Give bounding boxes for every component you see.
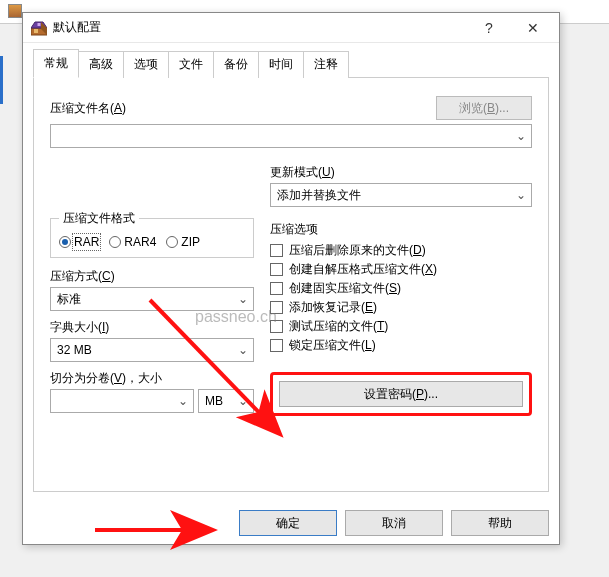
ok-button[interactable]: 确定: [239, 510, 337, 536]
checkbox-icon: [270, 263, 283, 276]
chevron-down-icon: ⌄: [511, 129, 531, 143]
radio-zip[interactable]: ZIP: [166, 235, 200, 249]
chevron-down-icon: ⌄: [233, 394, 253, 408]
tab-backup[interactable]: 备份: [213, 51, 259, 78]
radio-dot-icon: [166, 236, 178, 248]
dialog-title: 默认配置: [53, 19, 467, 36]
dict-label: 字典大小(I): [50, 319, 254, 336]
chevron-down-icon: ⌄: [511, 188, 531, 202]
method-label: 压缩方式(C): [50, 268, 254, 285]
checkbox-icon: [270, 339, 283, 352]
parent-selection-edge: [0, 56, 3, 104]
volume-unit-combo[interactable]: MB ⌄: [198, 389, 254, 413]
checkbox-icon: [270, 301, 283, 314]
checkbox-icon: [270, 320, 283, 333]
close-button[interactable]: ✕: [511, 14, 555, 42]
checkbox-icon: [270, 244, 283, 257]
opt-lock[interactable]: 锁定压缩文件(L): [270, 337, 532, 354]
tab-general[interactable]: 常规: [33, 49, 79, 78]
radio-rar[interactable]: RAR: [59, 235, 99, 249]
volume-label: 切分为分卷(V)，大小: [50, 370, 254, 387]
winrar-icon: [31, 20, 47, 36]
help-footer-button[interactable]: 帮助: [451, 510, 549, 536]
general-panel: 压缩文件名(A) 浏览(B)... ⌄ 压缩文件格式: [33, 77, 549, 492]
compress-options-label: 压缩选项: [270, 221, 532, 238]
format-fieldset: 压缩文件格式 RAR RAR4: [50, 210, 254, 258]
chevron-down-icon: ⌄: [173, 394, 193, 408]
tabs: 常规 高级 选项 文件 备份 时间 注释: [33, 49, 549, 78]
default-profile-dialog: 默认配置 ? ✕ 常规 高级 选项 文件 备份 时间 注释 压缩文件名(A) 浏…: [22, 12, 560, 545]
chevron-down-icon: ⌄: [233, 292, 253, 306]
svg-rect-1: [34, 29, 38, 33]
update-mode-combo[interactable]: 添加并替换文件 ⌄: [270, 183, 532, 207]
archive-name-label: 压缩文件名(A): [50, 100, 428, 117]
radio-dot-icon: [59, 236, 71, 248]
format-legend: 压缩文件格式: [59, 210, 139, 227]
update-mode-label: 更新模式(U): [270, 164, 532, 181]
tab-comment[interactable]: 注释: [303, 51, 349, 78]
help-button[interactable]: ?: [467, 14, 511, 42]
dict-combo[interactable]: 32 MB ⌄: [50, 338, 254, 362]
tab-time[interactable]: 时间: [258, 51, 304, 78]
radio-dot-icon: [109, 236, 121, 248]
method-combo[interactable]: 标准 ⌄: [50, 287, 254, 311]
svg-rect-2: [38, 23, 41, 26]
checkbox-icon: [270, 282, 283, 295]
volume-size-combo[interactable]: ⌄: [50, 389, 194, 413]
titlebar: 默认配置 ? ✕: [23, 13, 559, 43]
chevron-down-icon: ⌄: [233, 343, 253, 357]
opt-recovery[interactable]: 添加恢复记录(E): [270, 299, 532, 316]
opt-test[interactable]: 测试压缩的文件(T): [270, 318, 532, 335]
set-password-button[interactable]: 设置密码(P)...: [279, 381, 523, 407]
archive-name-combo[interactable]: ⌄: [50, 124, 532, 148]
browse-button[interactable]: 浏览(B)...: [436, 96, 532, 120]
password-highlight: 设置密码(P)...: [270, 372, 532, 416]
tab-options[interactable]: 选项: [123, 51, 169, 78]
opt-sfx[interactable]: 创建自解压格式压缩文件(X): [270, 261, 532, 278]
opt-solid[interactable]: 创建固实压缩文件(S): [270, 280, 532, 297]
parent-app-icon: [8, 4, 22, 18]
radio-rar4[interactable]: RAR4: [109, 235, 156, 249]
tab-files[interactable]: 文件: [168, 51, 214, 78]
opt-delete-after[interactable]: 压缩后删除原来的文件(D): [270, 242, 532, 259]
dialog-footer: 确定 取消 帮助: [23, 502, 559, 544]
tab-advanced[interactable]: 高级: [78, 51, 124, 78]
cancel-button[interactable]: 取消: [345, 510, 443, 536]
